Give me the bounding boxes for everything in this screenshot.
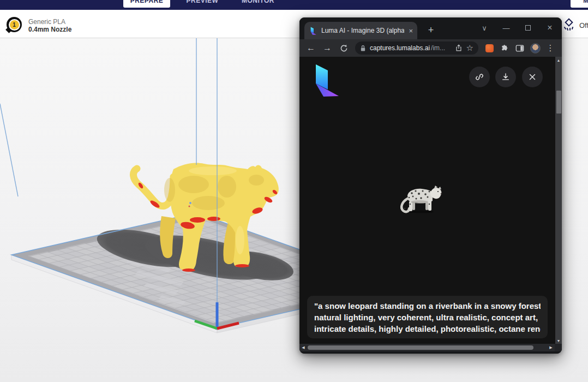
puzzle-icon <box>500 44 509 52</box>
new-tab-button[interactable]: + <box>424 23 438 37</box>
material-name[interactable]: Generic PLA <box>28 18 65 26</box>
snow-leopard-render[interactable] <box>391 176 446 219</box>
model-glitch-dot-red <box>189 206 190 207</box>
minimize-button[interactable]: — <box>495 20 517 36</box>
url-host: captures.lumalabs.ai <box>370 44 430 52</box>
vertical-scroll-thumb[interactable] <box>556 91 561 114</box>
extensions-puzzle-icon[interactable] <box>498 41 511 55</box>
scrollbar-corner <box>555 344 562 351</box>
reload-button[interactable] <box>337 41 351 55</box>
link-icon <box>475 72 484 82</box>
monitor-diamond-icon <box>562 18 575 32</box>
tab-prepare[interactable]: PREPARE <box>123 0 170 8</box>
share-icon[interactable] <box>455 44 463 52</box>
horizontal-scroll-thumb[interactable] <box>308 345 533 350</box>
close-viewer-button[interactable] <box>522 67 543 87</box>
download-icon <box>501 72 511 82</box>
cura-top-bar: PREPARE PREVIEW MONITOR Marketplace <box>0 0 588 10</box>
address-bar[interactable]: captures.lumalabs.ai /im... ☆ <box>355 41 478 55</box>
tab-preview-label: PREVIEW <box>187 0 219 4</box>
close-icon <box>527 72 537 82</box>
close-window-button[interactable]: × <box>539 20 561 36</box>
tab-prepare-label: PREPARE <box>130 0 164 4</box>
luma-favicon <box>310 27 317 35</box>
browser-tab-title: Luma AI - Imagine 3D (alpha) <box>321 27 404 34</box>
marketplace-label: Marketplace <box>583 0 588 4</box>
orange-extension-glyph <box>485 44 494 52</box>
bookmark-star-icon[interactable]: ☆ <box>466 43 473 53</box>
side-panel-button[interactable] <box>513 41 526 55</box>
scroll-right-arrow[interactable]: ▶ <box>547 345 555 350</box>
tab-monitor-label: MONITOR <box>242 0 274 4</box>
scroll-down-arrow[interactable]: ▼ <box>557 337 561 344</box>
prompt-line-1: "a snow leopard standing on a riverbank … <box>314 300 541 312</box>
forward-button[interactable]: → <box>320 41 334 55</box>
browser-menu-kebab-icon[interactable]: ⋮ <box>544 41 557 55</box>
avatar-image <box>530 43 541 53</box>
tab-preview[interactable]: PREVIEW <box>185 0 220 8</box>
extruder-selector[interactable]: 1 <box>7 17 22 32</box>
scroll-up-arrow[interactable]: ▲ <box>557 57 561 63</box>
tab-monitor[interactable]: MONITOR <box>239 0 277 8</box>
luma-page: "a snow leopard standing on a riverbank … <box>299 57 562 344</box>
horizontal-scroll-track[interactable] <box>307 344 547 351</box>
nozzle-size[interactable]: 0.4mm Nozzle <box>28 26 71 33</box>
extruder-number: 1 <box>10 20 19 29</box>
browser-bottom-edge <box>299 351 562 354</box>
model-glitch-dot-blue <box>189 202 191 204</box>
browser-window: Luma AI - Imagine 3D (alpha) × + ∨ — × ←… <box>299 17 562 354</box>
prompt-text-box: "a snow leopard standing on a riverbank … <box>307 296 548 338</box>
prompt-line-3: intricate details, highly detailed, phot… <box>314 323 541 335</box>
luma-logo <box>314 63 340 97</box>
camera-status-label: Off <box>579 21 588 29</box>
url-path: /im... <box>431 44 445 52</box>
tab-close-button[interactable]: × <box>409 27 413 34</box>
browser-tab[interactable]: Luma AI - Imagine 3D (alpha) × <box>304 22 417 39</box>
side-panel-icon <box>515 44 524 52</box>
browser-tab-strip: Luma AI - Imagine 3D (alpha) × + ∨ — × <box>299 17 562 39</box>
extension-orange-icon[interactable] <box>483 41 496 55</box>
screen: PREPARE PREVIEW MONITOR Marketplace 1 Ge… <box>0 0 588 382</box>
scroll-left-arrow[interactable]: ◀ <box>299 345 307 350</box>
tab-search-chevron-icon[interactable]: ∨ <box>473 20 495 36</box>
prompt-line-2: natural lighting, very coherent, ultra r… <box>314 312 541 323</box>
browser-toolbar: ← → captures.lumalabs.ai /im... <box>299 39 562 57</box>
camera-status-toggle[interactable]: Off <box>562 18 588 32</box>
maximize-icon <box>525 25 531 31</box>
copy-link-button[interactable] <box>469 67 490 87</box>
profile-avatar[interactable] <box>529 41 542 55</box>
lock-icon <box>360 45 366 52</box>
window-controls: ∨ — × <box>473 20 561 36</box>
vertical-scrollbar[interactable]: ▲ ▼ <box>555 57 562 344</box>
reload-icon <box>340 44 348 52</box>
download-button[interactable] <box>495 67 516 87</box>
horizontal-scrollbar[interactable]: ◀ ▶ <box>299 344 562 351</box>
back-button[interactable]: ← <box>304 41 318 55</box>
marketplace-button[interactable]: Marketplace <box>571 0 588 8</box>
maximize-button[interactable] <box>517 20 539 36</box>
